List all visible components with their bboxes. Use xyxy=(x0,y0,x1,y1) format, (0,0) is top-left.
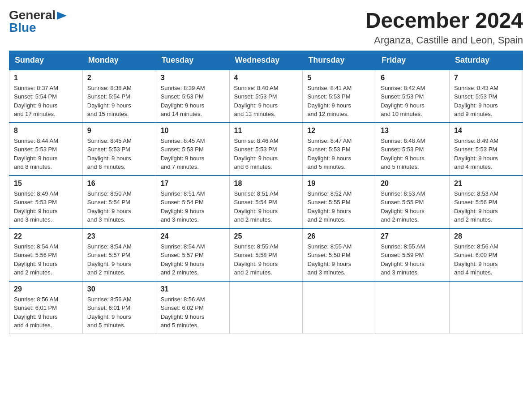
day-info: Sunrise: 8:42 AM Sunset: 5:53 PM Dayligh… xyxy=(381,84,445,119)
title-area: December 2024 Arganza, Castille and Leon… xyxy=(365,9,523,46)
day-info: Sunrise: 8:51 AM Sunset: 5:54 PM Dayligh… xyxy=(161,189,225,224)
day-number: 10 xyxy=(161,127,225,135)
day-number: 5 xyxy=(307,74,371,82)
calendar-cell: 5 Sunrise: 8:41 AM Sunset: 5:53 PM Dayli… xyxy=(303,70,376,123)
sunrise-label: Sunrise: 8:40 AM xyxy=(234,85,279,91)
calendar-cell: 6 Sunrise: 8:42 AM Sunset: 5:53 PM Dayli… xyxy=(376,70,450,123)
daylight-label: Daylight: 9 hoursand 4 minutes. xyxy=(454,155,498,171)
sunset-label: Sunset: 5:53 PM xyxy=(234,93,277,100)
sunrise-label: Sunrise: 8:54 AM xyxy=(161,243,205,250)
day-info: Sunrise: 8:55 AM Sunset: 5:58 PM Dayligh… xyxy=(234,242,298,277)
day-info: Sunrise: 8:54 AM Sunset: 5:56 PM Dayligh… xyxy=(14,242,78,277)
daylight-label: Daylight: 9 hoursand 7 minutes. xyxy=(161,155,205,171)
daylight-label: Daylight: 9 hoursand 2 minutes. xyxy=(454,208,498,223)
sunrise-label: Sunrise: 8:44 AM xyxy=(14,137,58,144)
sunset-label: Sunset: 6:01 PM xyxy=(87,304,130,311)
logo-general-text: General xyxy=(9,9,56,21)
day-info: Sunrise: 8:48 AM Sunset: 5:53 PM Dayligh… xyxy=(381,137,445,171)
sunrise-label: Sunrise: 8:49 AM xyxy=(14,190,58,197)
sunset-label: Sunset: 5:54 PM xyxy=(87,93,130,100)
day-info: Sunrise: 8:52 AM Sunset: 5:55 PM Dayligh… xyxy=(307,189,371,224)
sunrise-label: Sunrise: 8:51 AM xyxy=(161,190,205,197)
calendar-cell xyxy=(450,281,523,334)
sunset-label: Sunset: 5:53 PM xyxy=(307,93,350,100)
sunset-label: Sunset: 5:54 PM xyxy=(161,199,204,206)
daylight-label: Daylight: 9 hoursand 2 minutes. xyxy=(14,261,58,276)
daylight-label: Daylight: 9 hoursand 4 minutes. xyxy=(14,313,58,329)
day-number: 17 xyxy=(161,180,225,188)
day-number: 14 xyxy=(454,127,518,135)
day-number: 2 xyxy=(87,74,151,82)
sunset-label: Sunset: 5:53 PM xyxy=(454,93,497,100)
sunrise-label: Sunrise: 8:42 AM xyxy=(381,85,425,91)
day-number: 22 xyxy=(14,232,78,240)
day-number: 7 xyxy=(454,74,518,82)
sunset-label: Sunset: 5:53 PM xyxy=(87,146,130,153)
daylight-label: Daylight: 9 hoursand 2 minutes. xyxy=(161,261,205,276)
day-info: Sunrise: 8:44 AM Sunset: 5:53 PM Dayligh… xyxy=(14,137,78,171)
day-info: Sunrise: 8:37 AM Sunset: 5:54 PM Dayligh… xyxy=(14,84,78,119)
day-number: 29 xyxy=(14,285,78,293)
sunrise-label: Sunrise: 8:56 AM xyxy=(14,296,58,303)
day-info: Sunrise: 8:47 AM Sunset: 5:53 PM Dayligh… xyxy=(307,137,371,171)
header-sunday: Sunday xyxy=(9,51,83,70)
day-info: Sunrise: 8:56 AM Sunset: 6:01 PM Dayligh… xyxy=(14,295,78,330)
calendar-cell: 28 Sunrise: 8:56 AM Sunset: 6:00 PM Dayl… xyxy=(450,228,523,281)
sunrise-label: Sunrise: 8:41 AM xyxy=(307,85,352,91)
sunset-label: Sunset: 5:54 PM xyxy=(234,199,277,206)
daylight-label: Daylight: 9 hoursand 15 minutes. xyxy=(87,102,131,118)
calendar-cell: 25 Sunrise: 8:55 AM Sunset: 5:58 PM Dayl… xyxy=(229,228,303,281)
day-info: Sunrise: 8:53 AM Sunset: 5:56 PM Dayligh… xyxy=(454,189,518,224)
calendar-cell: 22 Sunrise: 8:54 AM Sunset: 5:56 PM Dayl… xyxy=(9,228,83,281)
daylight-label: Daylight: 9 hoursand 13 minutes. xyxy=(234,102,278,118)
day-info: Sunrise: 8:51 AM Sunset: 5:54 PM Dayligh… xyxy=(234,189,298,224)
sunrise-label: Sunrise: 8:43 AM xyxy=(454,85,498,91)
sunset-label: Sunset: 5:54 PM xyxy=(87,199,130,206)
calendar-cell: 15 Sunrise: 8:49 AM Sunset: 5:53 PM Dayl… xyxy=(9,176,83,228)
day-info: Sunrise: 8:54 AM Sunset: 5:57 PM Dayligh… xyxy=(161,242,225,277)
sunset-label: Sunset: 5:53 PM xyxy=(381,146,424,153)
sunset-label: Sunset: 5:59 PM xyxy=(381,252,424,258)
sunrise-label: Sunrise: 8:56 AM xyxy=(87,296,132,303)
sunset-label: Sunset: 5:53 PM xyxy=(381,93,424,100)
calendar-cell: 26 Sunrise: 8:55 AM Sunset: 5:58 PM Dayl… xyxy=(303,228,376,281)
day-number: 8 xyxy=(14,127,78,135)
sunrise-label: Sunrise: 8:50 AM xyxy=(87,190,132,197)
calendar-cell: 16 Sunrise: 8:50 AM Sunset: 5:54 PM Dayl… xyxy=(82,176,156,228)
svg-marker-0 xyxy=(57,12,67,20)
day-info: Sunrise: 8:55 AM Sunset: 5:59 PM Dayligh… xyxy=(381,242,445,277)
daylight-label: Daylight: 9 hoursand 5 minutes. xyxy=(307,155,351,171)
day-info: Sunrise: 8:46 AM Sunset: 5:53 PM Dayligh… xyxy=(234,137,298,171)
calendar-week-row: 8 Sunrise: 8:44 AM Sunset: 5:53 PM Dayli… xyxy=(9,123,523,176)
day-info: Sunrise: 8:56 AM Sunset: 6:00 PM Dayligh… xyxy=(454,242,518,277)
calendar-cell: 23 Sunrise: 8:54 AM Sunset: 5:57 PM Dayl… xyxy=(82,228,156,281)
day-number: 23 xyxy=(87,232,151,240)
day-number: 15 xyxy=(14,180,78,188)
sunset-label: Sunset: 5:55 PM xyxy=(381,199,424,206)
calendar-header-row: SundayMondayTuesdayWednesdayThursdayFrid… xyxy=(9,51,523,70)
header-tuesday: Tuesday xyxy=(156,51,229,70)
calendar-cell: 12 Sunrise: 8:47 AM Sunset: 5:53 PM Dayl… xyxy=(303,123,376,176)
daylight-label: Daylight: 9 hoursand 6 minutes. xyxy=(234,155,278,171)
calendar-cell: 10 Sunrise: 8:45 AM Sunset: 5:53 PM Dayl… xyxy=(156,123,229,176)
day-info: Sunrise: 8:43 AM Sunset: 5:53 PM Dayligh… xyxy=(454,84,518,119)
day-number: 1 xyxy=(14,74,78,82)
day-number: 16 xyxy=(87,180,151,188)
day-number: 19 xyxy=(307,180,371,188)
sunrise-label: Sunrise: 8:54 AM xyxy=(87,243,132,250)
sunrise-label: Sunrise: 8:46 AM xyxy=(234,137,279,144)
sunset-label: Sunset: 5:57 PM xyxy=(87,252,130,258)
day-info: Sunrise: 8:38 AM Sunset: 5:54 PM Dayligh… xyxy=(87,84,151,119)
daylight-label: Daylight: 9 hoursand 12 minutes. xyxy=(307,102,351,118)
daylight-label: Daylight: 9 hoursand 3 minutes. xyxy=(307,261,351,276)
day-number: 12 xyxy=(307,127,371,135)
day-number: 13 xyxy=(381,127,445,135)
day-info: Sunrise: 8:45 AM Sunset: 5:53 PM Dayligh… xyxy=(87,137,151,171)
day-info: Sunrise: 8:50 AM Sunset: 5:54 PM Dayligh… xyxy=(87,189,151,224)
sunset-label: Sunset: 5:55 PM xyxy=(307,199,350,206)
calendar-cell: 9 Sunrise: 8:45 AM Sunset: 5:53 PM Dayli… xyxy=(82,123,156,176)
calendar-cell: 30 Sunrise: 8:56 AM Sunset: 6:01 PM Dayl… xyxy=(82,281,156,334)
daylight-label: Daylight: 9 hoursand 3 minutes. xyxy=(381,261,425,276)
daylight-label: Daylight: 9 hoursand 2 minutes. xyxy=(307,208,351,223)
sunset-label: Sunset: 5:53 PM xyxy=(161,93,204,100)
